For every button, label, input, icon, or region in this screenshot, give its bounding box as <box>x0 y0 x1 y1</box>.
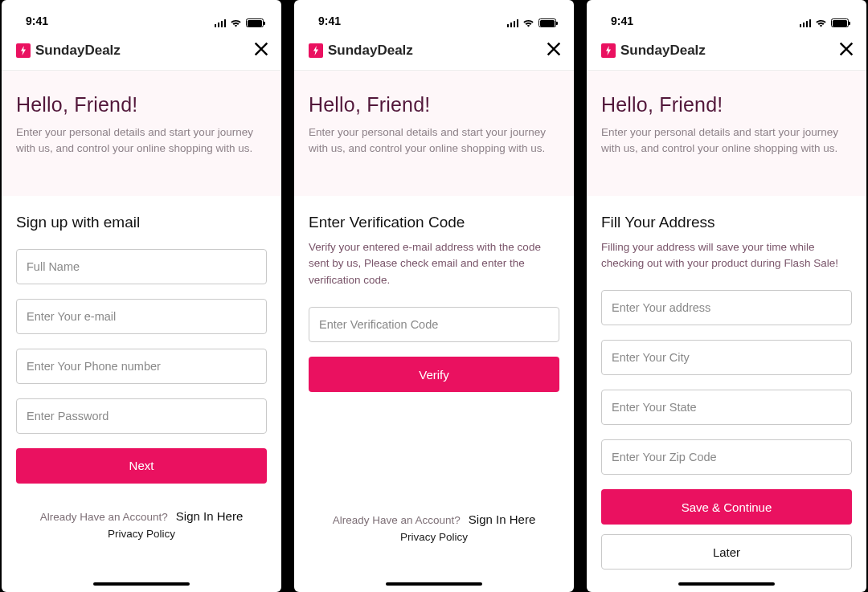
signup-title: Sign up with email <box>16 214 267 231</box>
brand-name: SundayDealz <box>35 43 121 59</box>
home-indicator[interactable] <box>386 582 482 586</box>
brand[interactable]: SundayDealz <box>16 43 121 59</box>
footer-links: Already Have an Account? Sign In Here Pr… <box>309 512 559 543</box>
brand-name: SundayDealz <box>328 43 413 59</box>
zip-input[interactable] <box>601 439 852 475</box>
verify-subtitle: Verify your entered e-mail address with … <box>309 239 559 290</box>
signal-icon <box>800 19 812 27</box>
status-bar: 9:41 <box>587 0 866 31</box>
hero-tagline: Enter your personal details and start yo… <box>16 125 267 157</box>
app-header: SundayDealz <box>294 31 574 71</box>
brand-name: SundayDealz <box>620 43 706 59</box>
already-account-text: Already Have an Account? <box>40 511 168 523</box>
battery-icon <box>246 18 264 27</box>
verify-title: Enter Verification Code <box>309 214 559 231</box>
address-input[interactable] <box>601 290 852 325</box>
address-section: Fill Your Address Filling your address w… <box>587 196 866 570</box>
address-title: Fill Your Address <box>601 214 852 231</box>
status-indicators <box>215 18 264 27</box>
brand-logo-icon <box>309 43 323 58</box>
home-indicator[interactable] <box>678 582 775 586</box>
hero-tagline: Enter your personal details and start yo… <box>309 125 559 157</box>
brand-logo-icon <box>16 43 31 58</box>
app-header: SundayDealz <box>587 31 866 71</box>
close-button[interactable] <box>252 40 270 61</box>
screen-address: 9:41 SundayDealz Hello, Friend! Enter yo… <box>587 0 866 592</box>
wifi-icon <box>230 18 242 27</box>
save-continue-button[interactable]: Save & Continue <box>601 489 852 525</box>
status-indicators <box>800 18 850 27</box>
hero-greeting: Hello, Friend! <box>16 93 267 116</box>
brand-logo-icon <box>601 43 616 58</box>
app-header: SundayDealz <box>2 31 281 71</box>
signup-section: Sign up with email Next Already Have an … <box>2 196 281 540</box>
screen-signup: 9:41 SundayDealz Hello, Friend! Enter yo… <box>2 0 281 592</box>
status-time: 9:41 <box>318 14 341 27</box>
state-input[interactable] <box>601 390 852 425</box>
status-bar: 9:41 <box>294 0 574 31</box>
footer-links: Already Have an Account? Sign In Here Pr… <box>16 509 267 540</box>
wifi-icon <box>815 18 827 27</box>
full-name-input[interactable] <box>16 249 267 284</box>
hero-greeting: Hello, Friend! <box>601 93 852 116</box>
verification-code-input[interactable] <box>309 307 559 342</box>
home-indicator[interactable] <box>93 582 190 586</box>
status-bar: 9:41 <box>2 0 281 31</box>
battery-icon <box>831 18 849 27</box>
status-indicators <box>507 18 557 27</box>
city-input[interactable] <box>601 340 852 375</box>
already-account-text: Already Have an Account? <box>333 514 461 526</box>
verify-section: Enter Verification Code Verify your ente… <box>294 196 574 544</box>
status-time: 9:41 <box>611 14 633 27</box>
later-button[interactable]: Later <box>601 534 852 570</box>
address-subtitle: Filling your address will save your time… <box>601 239 852 273</box>
close-button[interactable] <box>837 40 855 61</box>
hero: Hello, Friend! Enter your personal detai… <box>294 71 574 196</box>
hero: Hello, Friend! Enter your personal detai… <box>587 71 866 196</box>
brand[interactable]: SundayDealz <box>309 43 413 59</box>
signal-icon <box>215 19 227 27</box>
sign-in-link[interactable]: Sign In Here <box>469 512 535 526</box>
battery-icon <box>538 18 556 27</box>
next-button[interactable]: Next <box>16 448 267 484</box>
status-time: 9:41 <box>26 14 48 27</box>
password-input[interactable] <box>16 398 267 434</box>
wifi-icon <box>522 18 534 27</box>
brand[interactable]: SundayDealz <box>601 43 706 59</box>
screen-verify: 9:41 SundayDealz Hello, Friend! Enter yo… <box>294 0 574 592</box>
hero-greeting: Hello, Friend! <box>309 93 559 116</box>
privacy-link[interactable]: Privacy Policy <box>16 528 267 540</box>
signal-icon <box>507 19 519 27</box>
verify-button[interactable]: Verify <box>309 357 559 392</box>
close-button[interactable] <box>545 40 563 61</box>
phone-input[interactable] <box>16 349 267 384</box>
sign-in-link[interactable]: Sign In Here <box>176 509 243 523</box>
hero-tagline: Enter your personal details and start yo… <box>601 125 852 157</box>
hero: Hello, Friend! Enter your personal detai… <box>2 71 281 196</box>
privacy-link[interactable]: Privacy Policy <box>309 531 559 543</box>
email-input[interactable] <box>16 299 267 334</box>
